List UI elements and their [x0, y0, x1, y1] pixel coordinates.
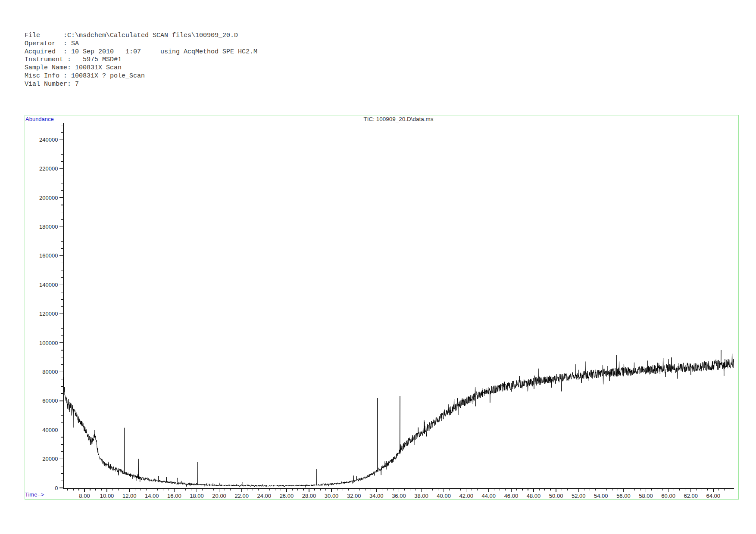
x-tick-label: 16.00	[167, 493, 181, 499]
x-tick-label: 60.00	[661, 493, 675, 499]
tic-trace	[63, 350, 734, 487]
y-tick-label: 80000	[42, 369, 58, 375]
x-tick-label: 20.00	[212, 493, 226, 499]
x-tick-label: 38.00	[414, 493, 428, 499]
x-tick-label: 24.00	[257, 493, 272, 499]
y-tick-label: 0	[55, 485, 58, 491]
x-tick-label: 40.00	[437, 493, 451, 499]
y-tick-label: 120000	[39, 310, 58, 317]
y-tick-label: 180000	[39, 224, 58, 230]
y-tick-label: 20000	[42, 456, 58, 462]
x-tick-label: 44.00	[482, 493, 496, 499]
y-tick-label: 200000	[39, 195, 58, 201]
y-tick-label: 160000	[39, 252, 58, 259]
x-tick-label: 56.00	[616, 493, 631, 499]
x-tick-label: 64.00	[706, 493, 721, 499]
x-tick-label: 62.00	[684, 493, 698, 499]
x-tick-label: 34.00	[369, 493, 384, 499]
x-tick-label: 8.00	[79, 493, 90, 499]
x-tick-label: 10.00	[100, 493, 114, 499]
chromatogram-plot: 8.0010.0012.0014.0016.0018.0020.0022.002…	[0, 0, 756, 534]
x-tick-label: 36.00	[392, 493, 406, 499]
y-tick-label: 40000	[42, 427, 58, 433]
x-tick-label: 14.00	[145, 493, 159, 499]
x-tick-label: 22.00	[234, 493, 249, 499]
y-tick-label: 220000	[39, 165, 58, 172]
x-tick-label: 54.00	[594, 493, 608, 499]
x-tick-label: 32.00	[347, 493, 361, 499]
x-tick-label: 18.00	[190, 493, 204, 499]
y-tick-label: 240000	[39, 137, 58, 143]
x-tick-label: 58.00	[639, 493, 653, 499]
x-tick-label: 28.00	[302, 493, 316, 499]
x-tick-label: 42.00	[459, 493, 473, 499]
x-tick-label: 46.00	[504, 493, 519, 499]
x-tick-label: 26.00	[280, 493, 294, 499]
x-tick-label: 12.00	[122, 493, 137, 499]
x-tick-label: 50.00	[549, 493, 563, 499]
y-tick-label: 140000	[39, 282, 58, 288]
y-tick-label: 100000	[39, 340, 58, 346]
x-tick-label: 52.00	[572, 493, 586, 499]
y-tick-label: 60000	[42, 397, 58, 404]
chemstation-report-page: File :C:\msdchem\Calculated SCAN files\1…	[0, 0, 756, 534]
x-tick-label: 48.00	[527, 493, 541, 499]
x-tick-label: 30.00	[325, 493, 339, 499]
